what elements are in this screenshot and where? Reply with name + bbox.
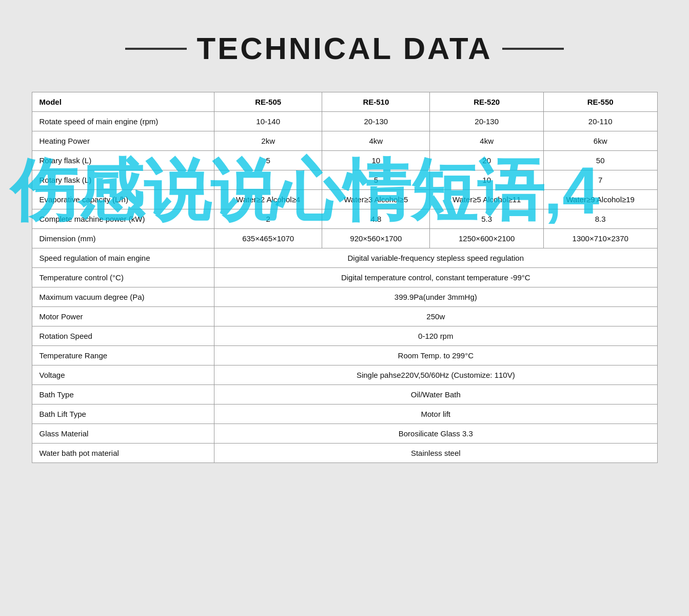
row-span-value: 250w — [214, 307, 657, 326]
row-span-value: Single pahse220V,50/60Hz (Customize: 110… — [214, 365, 657, 385]
table-row: Heating Power2kw4kw4kw6kw — [32, 131, 657, 151]
row-cell: 920×560×1700 — [322, 229, 430, 248]
col-re520: RE-520 — [430, 92, 544, 112]
row-label: Rotary flask (L) — [32, 170, 214, 190]
row-cell: 4kw — [322, 131, 430, 151]
table-row: Rotate speed of main engine (rpm)10-1402… — [32, 112, 657, 131]
row-cell: 10-140 — [214, 112, 322, 131]
table-row: Rotation Speed0-120 rpm — [32, 326, 657, 346]
row-label: Evaporative capacity (L/h) — [32, 190, 214, 209]
table-row: Bath Lift TypeMotor lift — [32, 405, 657, 424]
table-row: Speed regulation of main engineDigital v… — [32, 248, 657, 268]
row-span-value: Motor lift — [214, 405, 657, 424]
table-row: Complete machine power (kW)24.85.38.3 — [32, 209, 657, 229]
row-label: Bath Lift Type — [32, 405, 214, 424]
table-row: Temperature RangeRoom Temp. to 299°C — [32, 346, 657, 365]
row-label: Rotary flask (L) — [32, 151, 214, 170]
row-cell: 10 — [322, 151, 430, 170]
row-cell: 1250×600×2100 — [430, 229, 544, 248]
row-span-value: Stainless steel — [214, 444, 657, 463]
row-span-value: 399.9Pa(under 3mmHg) — [214, 287, 657, 307]
table-row: Bath TypeOil/Water Bath — [32, 385, 657, 405]
row-label: Rotation Speed — [32, 326, 214, 346]
row-cell: 1300×710×2370 — [543, 229, 657, 248]
header-left-line — [125, 48, 187, 50]
technical-data-table-container: Model RE-505 RE-510 RE-520 RE-550 Rotate… — [32, 92, 658, 463]
row-label: Speed regulation of main engine — [32, 248, 214, 268]
row-label: Water bath pot material — [32, 444, 214, 463]
row-cell: 7 — [543, 170, 657, 190]
row-label: Dimension (mm) — [32, 229, 214, 248]
table-row: Dimension (mm)635×465×1070920×560×170012… — [32, 229, 657, 248]
row-cell: 20-110 — [543, 112, 657, 131]
row-span-value: Borosilicate Glass 3.3 — [214, 424, 657, 444]
row-span-value: Digital temperature control, constant te… — [214, 268, 657, 287]
row-cell: 20 — [430, 151, 544, 170]
table-row: Rotary flask (L)5102050 — [32, 151, 657, 170]
col-model: Model — [32, 92, 214, 112]
table-row: Water bath pot materialStainless steel — [32, 444, 657, 463]
row-cell: 2 — [214, 209, 322, 229]
table-row: Temperature control (°C)Digital temperat… — [32, 268, 657, 287]
row-label: Maximum vacuum degree (Pa) — [32, 287, 214, 307]
row-cell: 5 — [322, 170, 430, 190]
col-re505: RE-505 — [214, 92, 322, 112]
row-label: Complete machine power (kW) — [32, 209, 214, 229]
row-span-value: Room Temp. to 299°C — [214, 346, 657, 365]
table-row: Rotary flask (L)5107 — [32, 170, 657, 190]
row-cell — [214, 170, 322, 190]
row-span-value: Oil/Water Bath — [214, 385, 657, 405]
row-cell: 20-130 — [322, 112, 430, 131]
row-cell: 5.3 — [430, 209, 544, 229]
row-cell: 50 — [543, 151, 657, 170]
technical-data-table: Model RE-505 RE-510 RE-520 RE-550 Rotate… — [32, 92, 658, 463]
row-cell: 2kw — [214, 131, 322, 151]
page-title: TECHNICAL DATA — [197, 31, 493, 66]
row-label: Bath Type — [32, 385, 214, 405]
row-label: Temperature control (°C) — [32, 268, 214, 287]
row-label: Heating Power — [32, 131, 214, 151]
col-re550: RE-550 — [543, 92, 657, 112]
row-cell: 10 — [430, 170, 544, 190]
row-cell: Water≥5 Alcohol≥11 — [430, 190, 544, 209]
row-cell: 4kw — [430, 131, 544, 151]
table-row: Evaporative capacity (L/h)Water≥2 Alcoho… — [32, 190, 657, 209]
header-right-line — [502, 48, 564, 50]
table-row: Maximum vacuum degree (Pa)399.9Pa(under … — [32, 287, 657, 307]
row-cell: 635×465×1070 — [214, 229, 322, 248]
table-header-row: Model RE-505 RE-510 RE-520 RE-550 — [32, 92, 657, 112]
row-label: Motor Power — [32, 307, 214, 326]
row-label: Temperature Range — [32, 346, 214, 365]
col-re510: RE-510 — [322, 92, 430, 112]
row-label: Rotate speed of main engine (rpm) — [32, 112, 214, 131]
table-row: VoltageSingle pahse220V,50/60Hz (Customi… — [32, 365, 657, 385]
row-cell: Water≥2 Alcohol≥4 — [214, 190, 322, 209]
row-cell: 8.3 — [543, 209, 657, 229]
row-cell: 6kw — [543, 131, 657, 151]
page-header: TECHNICAL DATA — [31, 31, 658, 66]
table-row: Motor Power250w — [32, 307, 657, 326]
row-cell: 5 — [214, 151, 322, 170]
row-label: Glass Material — [32, 424, 214, 444]
row-cell: Water≥9 Alcohol≥19 — [543, 190, 657, 209]
row-span-value: Digital variable-frequency stepless spee… — [214, 248, 657, 268]
row-span-value: 0-120 rpm — [214, 326, 657, 346]
row-label: Voltage — [32, 365, 214, 385]
row-cell: 20-130 — [430, 112, 544, 131]
row-cell: Water≥3 Alcohol≥5 — [322, 190, 430, 209]
table-row: Glass MaterialBorosilicate Glass 3.3 — [32, 424, 657, 444]
row-cell: 4.8 — [322, 209, 430, 229]
